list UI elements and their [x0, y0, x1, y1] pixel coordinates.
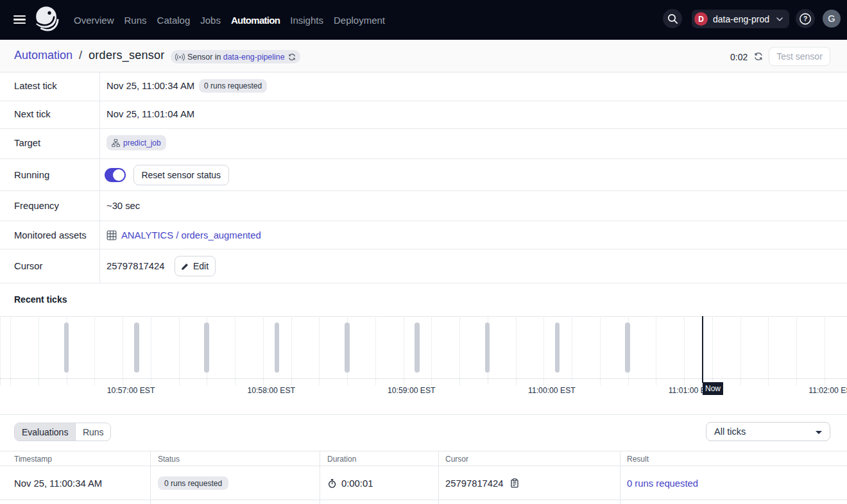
svg-text:?: ? — [803, 15, 807, 22]
